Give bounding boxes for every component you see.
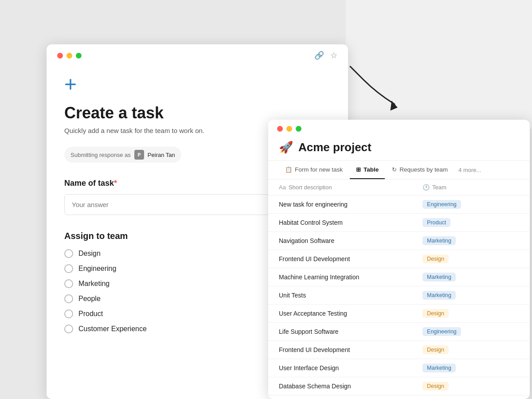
team-badge: Design — [422, 254, 449, 263]
radio-label: Customer Experience — [78, 325, 147, 333]
window-toolbar: 🔗 ☆ — [314, 51, 337, 60]
task-team: Marketing — [412, 359, 530, 377]
task-team: Marketing — [412, 286, 530, 305]
tab-table[interactable]: ⊞Table — [350, 161, 385, 179]
team-badge: Marketing — [422, 273, 456, 282]
radio-circle — [64, 249, 73, 258]
radio-circle — [64, 309, 73, 318]
arrow-decoration — [346, 62, 417, 115]
tab-icon: ⊞ — [356, 166, 361, 173]
submitting-label: Submitting response as — [70, 152, 131, 158]
tab-more[interactable]: 4 more... — [455, 161, 485, 179]
tab-requests-by-team[interactable]: ↻Requests by team — [386, 161, 454, 179]
tabs-row: 📋Form for new task⊞Table↻Requests by tea… — [268, 161, 530, 180]
table-row[interactable]: Navigation Software Marketing — [268, 232, 530, 250]
table-row[interactable]: Life Support Software Engineering — [268, 323, 530, 341]
table-row[interactable]: New task for engineering Engineering — [268, 196, 530, 214]
task-team: Design — [412, 250, 530, 268]
clock-icon: 🕐 — [422, 184, 430, 191]
task-name: New task for engineering — [268, 196, 412, 214]
task-name: Machine Learning Integration — [268, 268, 412, 286]
plus-icon: + — [64, 74, 330, 95]
tab-label: Form for new task — [295, 166, 343, 173]
table-row[interactable]: Frontend UI Development Design — [268, 250, 530, 268]
team-badge: Engineering — [422, 200, 461, 209]
minimize-button[interactable] — [66, 53, 72, 59]
task-name: Stakeholder Meeting — [268, 395, 412, 399]
table-container[interactable]: Aa Short description 🕐 Team New task for… — [268, 180, 530, 399]
task-name: Habitat Control System — [268, 214, 412, 232]
task-name: Frontend UI Development — [268, 341, 412, 359]
acme-project-window: 🚀 Acme project 📋Form for new task⊞Table↻… — [268, 120, 530, 399]
tab-form-for-new-task[interactable]: 📋Form for new task — [279, 161, 349, 179]
task-name: Frontend UI Development — [268, 250, 412, 268]
task-team: Customer Experience — [412, 395, 530, 399]
task-name: User Acceptance Testing — [268, 305, 412, 323]
team-badge: Product — [422, 218, 450, 227]
maximize-button[interactable] — [76, 53, 82, 59]
svg-marker-0 — [388, 101, 399, 111]
task-team: Product — [412, 214, 530, 232]
tasks-table: Aa Short description 🕐 Team New task for… — [268, 180, 530, 399]
task-name: Unit Tests — [268, 286, 412, 305]
project-title: Acme project — [298, 141, 372, 154]
radio-label: Product — [78, 310, 103, 318]
task-name: Navigation Software — [268, 232, 412, 250]
table-row[interactable]: Stakeholder Meeting Customer Experience — [268, 395, 530, 399]
task-name: Database Schema Design — [268, 377, 412, 395]
close-button-right[interactable] — [277, 126, 283, 132]
star-icon[interactable]: ☆ — [330, 51, 337, 60]
tab-icon: ↻ — [392, 166, 397, 173]
task-team: Design — [412, 377, 530, 395]
table-row[interactable]: Database Schema Design Design — [268, 377, 530, 395]
radio-label: People — [78, 295, 101, 303]
radio-label: Design — [78, 250, 101, 258]
user-avatar: P — [134, 150, 144, 160]
submitting-bar: Submitting response as P Peiran Tan — [64, 147, 181, 163]
radio-circle — [64, 264, 73, 273]
table-row[interactable]: Habitat Control System Product — [268, 214, 530, 232]
task-name: User Interface Design — [268, 359, 412, 377]
link-icon[interactable]: 🔗 — [314, 51, 324, 60]
tab-label: Requests by team — [399, 166, 448, 173]
table-row[interactable]: Frontend UI Development Design — [268, 341, 530, 359]
team-badge: Design — [422, 309, 449, 318]
table-row[interactable]: User Interface Design Marketing — [268, 359, 530, 377]
task-team: Design — [412, 341, 530, 359]
radio-circle — [64, 294, 73, 303]
radio-label: Engineering — [78, 265, 116, 273]
task-team: Design — [412, 305, 530, 323]
table-row[interactable]: User Acceptance Testing Design — [268, 305, 530, 323]
project-header: 🚀 Acme project — [268, 141, 530, 161]
maximize-button-right[interactable] — [296, 126, 301, 132]
close-button[interactable] — [57, 53, 63, 59]
traffic-lights-left — [57, 53, 82, 59]
minimize-button-right[interactable] — [286, 126, 292, 132]
task-team: Marketing — [412, 268, 530, 286]
tab-label: Table — [364, 166, 379, 173]
team-badge: Marketing — [422, 364, 456, 372]
team-badge: Marketing — [422, 291, 456, 300]
col-description: Aa Short description — [268, 180, 412, 196]
task-team: Marketing — [412, 232, 530, 250]
team-badge: Engineering — [422, 327, 461, 336]
window-header-right — [268, 120, 530, 132]
traffic-lights-right — [277, 126, 521, 132]
rocket-icon: 🚀 — [279, 141, 293, 154]
radio-circle — [64, 325, 73, 333]
team-badge: Design — [422, 382, 449, 391]
task-name: Life Support Software — [268, 323, 412, 341]
user-name: Peiran Tan — [148, 152, 175, 158]
team-badge: Marketing — [422, 236, 456, 245]
col-team: 🕐 Team — [412, 180, 530, 196]
radio-label: Marketing — [78, 280, 110, 288]
task-team: Engineering — [412, 196, 530, 214]
team-badge: Design — [422, 345, 449, 354]
task-team: Engineering — [412, 323, 530, 341]
text-icon: Aa — [279, 184, 286, 191]
table-row[interactable]: Machine Learning Integration Marketing — [268, 268, 530, 286]
radio-circle — [64, 279, 73, 288]
tab-icon: 📋 — [285, 166, 292, 173]
table-row[interactable]: Unit Tests Marketing — [268, 286, 530, 305]
required-marker: * — [114, 179, 117, 188]
